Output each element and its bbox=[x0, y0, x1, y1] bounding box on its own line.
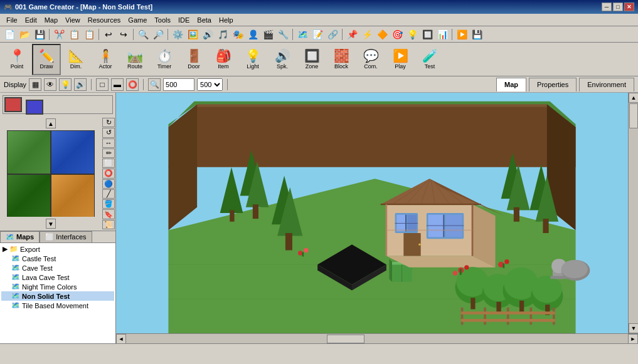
zoom-select[interactable]: 500 200 100 bbox=[197, 78, 223, 91]
menu-edit[interactable]: Edit bbox=[21, 15, 41, 25]
display-bulb-btn[interactable]: 💡 bbox=[59, 78, 72, 91]
tool-stamp[interactable]: 🔖 bbox=[102, 209, 115, 219]
tb-lightning[interactable]: ⚡ bbox=[360, 28, 374, 41]
tb-tool[interactable]: 🔧 bbox=[276, 28, 290, 41]
display-zoom-icon[interactable]: 🔍 bbox=[148, 78, 161, 91]
tb-copy[interactable]: 📋 bbox=[67, 28, 81, 41]
tb-sound[interactable]: 🔊 bbox=[201, 28, 215, 41]
tool-test[interactable]: 🧪 Test bbox=[415, 44, 444, 75]
display-grid-btn[interactable]: ▦ bbox=[29, 78, 41, 91]
display-border-btn[interactable]: □ bbox=[96, 78, 109, 91]
tile-4[interactable] bbox=[51, 174, 95, 217]
tb-zoomout[interactable]: 🔎 bbox=[151, 28, 165, 41]
tool-com[interactable]: 💬 Com. bbox=[356, 44, 385, 75]
zoom-input[interactable] bbox=[163, 78, 194, 91]
tb-block[interactable]: 🔲 bbox=[420, 28, 434, 41]
display-sound-btn[interactable]: 🔊 bbox=[74, 78, 87, 91]
background-color[interactable] bbox=[26, 100, 43, 115]
foreground-color[interactable] bbox=[4, 97, 22, 112]
tool-select-lasso[interactable]: 🔵 bbox=[102, 179, 115, 189]
tool-zone[interactable]: 🔲 Zone bbox=[297, 44, 326, 75]
tool-select-rect[interactable]: ⬜ bbox=[102, 159, 115, 168]
menu-map[interactable]: Map bbox=[41, 15, 61, 25]
tab-maps[interactable]: 🗺️ Maps bbox=[0, 231, 40, 242]
tile-2[interactable] bbox=[51, 130, 95, 174]
scroll-down-arrow[interactable]: ▼ bbox=[46, 219, 56, 229]
tree-item-cave-test[interactable]: 🗺️ Cave Test bbox=[1, 263, 114, 273]
scroll-track[interactable] bbox=[629, 103, 638, 323]
tb-open[interactable]: 📂 bbox=[18, 28, 31, 41]
tb-savefloppy[interactable]: 💾 bbox=[470, 28, 484, 41]
canvas-area[interactable]: ▲ ▼ ◄ ► bbox=[116, 93, 638, 343]
tb-image[interactable]: 🖼️ bbox=[186, 28, 199, 41]
tool-rotate-ccw[interactable]: ↺ bbox=[102, 128, 115, 137]
tool-item[interactable]: 🎒 Item bbox=[209, 44, 238, 75]
h-scroll-track[interactable] bbox=[126, 334, 628, 343]
tile-3[interactable] bbox=[7, 174, 51, 217]
h-scroll-left-btn[interactable]: ◄ bbox=[116, 334, 126, 344]
tab-properties[interactable]: Properties bbox=[529, 78, 577, 91]
tb-bulb[interactable]: 💡 bbox=[405, 28, 419, 41]
tb-pin[interactable]: 📌 bbox=[345, 28, 359, 41]
tb-target[interactable]: 🎯 bbox=[390, 28, 404, 41]
tree-item-night-time[interactable]: 🗺️ Night Time Colors bbox=[1, 282, 114, 291]
minimize-button[interactable]: ─ bbox=[602, 3, 612, 11]
tb-actor[interactable]: 🎭 bbox=[231, 28, 245, 41]
scroll-up-btn[interactable]: ▲ bbox=[629, 93, 638, 103]
scroll-thumb[interactable] bbox=[629, 103, 638, 128]
tool-fill-bucket[interactable]: 🪣 bbox=[102, 199, 115, 209]
menu-view[interactable]: View bbox=[61, 15, 84, 25]
tool-flip-h[interactable]: ↔ bbox=[102, 138, 115, 148]
h-scrollbar[interactable]: ◄ ► bbox=[116, 333, 638, 343]
tool-point[interactable]: 📍 Point bbox=[3, 44, 31, 75]
close-button[interactable]: ✕ bbox=[624, 3, 634, 11]
tool-line[interactable]: ╱ bbox=[102, 189, 115, 199]
tb-paste[interactable]: 📋 bbox=[82, 28, 96, 41]
tool-speaker[interactable]: 🔊 Spk. bbox=[268, 44, 297, 75]
tool-scroll-panel[interactable]: 📜 bbox=[102, 220, 115, 229]
tb-scene[interactable]: 🎬 bbox=[261, 28, 275, 41]
tb-link[interactable]: 🔗 bbox=[326, 28, 339, 41]
maximize-button[interactable]: □ bbox=[613, 3, 623, 11]
tb-chart[interactable]: 📊 bbox=[435, 28, 449, 41]
tool-dim[interactable]: 📐 Dim. bbox=[61, 44, 90, 75]
tool-actor[interactable]: 🧍 Actor bbox=[91, 44, 120, 75]
tool-route[interactable]: 🛤️ Route bbox=[120, 44, 149, 75]
tb-redo[interactable]: ↪ bbox=[117, 28, 130, 41]
tb-zoomin[interactable]: 🔍 bbox=[136, 28, 150, 41]
tb-cut[interactable]: ✂️ bbox=[52, 28, 66, 41]
tool-play[interactable]: ▶️ Play bbox=[386, 44, 415, 75]
menu-tools[interactable]: Tools bbox=[151, 15, 174, 25]
display-fill-btn[interactable]: ▬ bbox=[111, 78, 124, 91]
display-circle-btn[interactable]: ⭕ bbox=[126, 78, 139, 91]
tile-1[interactable] bbox=[7, 130, 51, 174]
tab-environment[interactable]: Environment bbox=[579, 78, 634, 91]
menu-help[interactable]: Help bbox=[215, 15, 237, 25]
tb-music[interactable]: 🎵 bbox=[216, 28, 230, 41]
scroll-down-btn[interactable]: ▼ bbox=[629, 323, 638, 333]
tool-draw[interactable]: ✏️ Draw bbox=[32, 44, 61, 75]
tb-play[interactable]: ▶️ bbox=[455, 28, 469, 41]
display-eye-btn[interactable]: 👁 bbox=[44, 78, 56, 91]
tab-map[interactable]: Map bbox=[496, 78, 526, 91]
menu-beta[interactable]: Beta bbox=[193, 15, 215, 25]
tb-new[interactable]: 📄 bbox=[3, 28, 16, 41]
tb-note[interactable]: 📝 bbox=[311, 28, 324, 41]
tb-save[interactable]: 💾 bbox=[33, 28, 46, 41]
menu-ide[interactable]: IDE bbox=[174, 15, 193, 25]
tree-item-lava-cave[interactable]: 🗺️ Lava Cave Test bbox=[1, 273, 114, 282]
tool-select-circle[interactable]: ⭕ bbox=[102, 169, 115, 178]
right-scrollbar[interactable]: ▲ ▼ bbox=[628, 93, 638, 333]
tb-settings[interactable]: ⚙️ bbox=[171, 28, 184, 41]
tab-interfaces[interactable]: ⬜ Interfaces bbox=[40, 231, 92, 242]
menu-resources[interactable]: Resources bbox=[84, 15, 125, 25]
tool-rotate-cw[interactable]: ↻ bbox=[102, 118, 115, 127]
menu-game[interactable]: Game bbox=[124, 15, 151, 25]
h-scroll-right-btn[interactable]: ► bbox=[628, 334, 638, 344]
tree-item-tile-based[interactable]: 🗺️ Tile Based Movement bbox=[1, 301, 114, 310]
tool-light[interactable]: 💡 Light bbox=[238, 44, 267, 75]
tree-item-castle-test[interactable]: 🗺️ Castle Test bbox=[1, 254, 114, 263]
tb-map[interactable]: 🗺️ bbox=[295, 28, 309, 41]
folder-export[interactable]: ▶ 📁 Export bbox=[1, 244, 114, 254]
tb-diamond[interactable]: 🔶 bbox=[375, 28, 389, 41]
